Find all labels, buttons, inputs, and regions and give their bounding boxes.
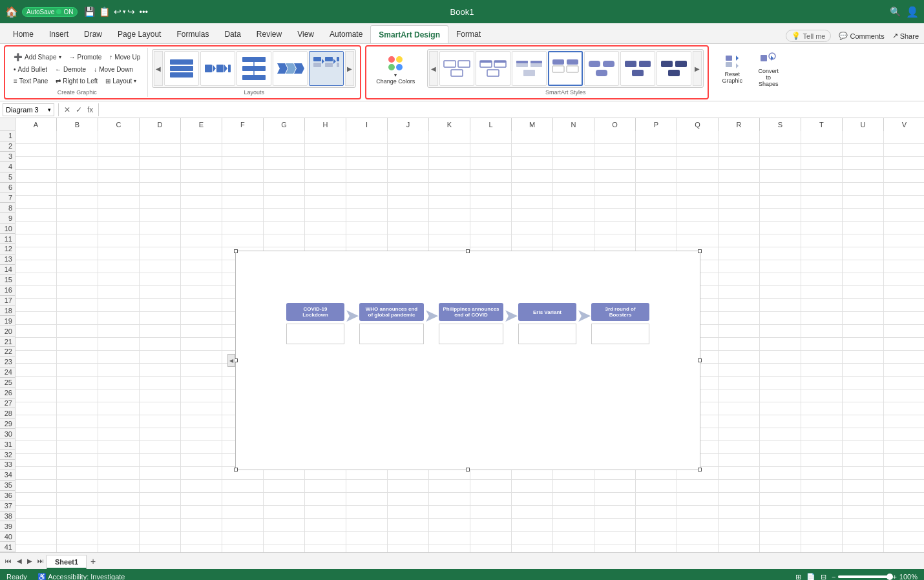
cell-H5[interactable] [305,183,346,196]
cell-E24[interactable] [181,428,222,441]
cell-Q30[interactable] [677,506,719,519]
cell-O1[interactable] [594,131,636,144]
cell-R22[interactable] [719,402,760,415]
cell-T23[interactable] [801,415,843,428]
cell-U23[interactable] [843,415,884,428]
cell-A21[interactable] [16,389,57,402]
cell-N33[interactable] [553,544,594,552]
cell-V4[interactable] [884,170,924,183]
cell-U11[interactable] [843,260,884,273]
cell-C28[interactable] [98,480,140,493]
cell-L7[interactable] [470,209,512,222]
cell-T17[interactable] [801,338,843,351]
cell-R28[interactable] [719,480,760,493]
cell-V7[interactable] [884,209,924,222]
cell-C6[interactable] [98,196,140,209]
cell-V13[interactable] [884,286,924,299]
cell-U8[interactable] [843,222,884,234]
cell-T22[interactable] [801,402,843,415]
cell-F6[interactable] [222,196,264,209]
cell-Q7[interactable] [677,209,719,222]
cell-A25[interactable] [16,441,57,454]
cell-A13[interactable] [16,286,57,299]
cell-H9[interactable] [305,234,346,247]
cell-U24[interactable] [843,428,884,441]
cell-C13[interactable] [98,286,140,299]
cell-U31[interactable] [843,519,884,532]
cell-R17[interactable] [719,338,760,351]
cell-S15[interactable] [760,312,801,325]
style-thumb-7[interactable] [656,51,691,86]
col-header-K[interactable]: K [429,118,470,131]
cell-E32[interactable] [181,532,222,544]
cell-L9[interactable] [470,234,512,247]
cell-A1[interactable] [16,131,57,144]
cell-G32[interactable] [264,532,305,544]
cell-V29[interactable] [884,493,924,506]
cell-A15[interactable] [16,312,57,325]
cell-S32[interactable] [760,532,801,544]
tab-automate[interactable]: Automate [322,25,370,43]
cell-R9[interactable] [719,234,760,247]
cell-T18[interactable] [801,351,843,364]
cell-C1[interactable] [98,131,140,144]
cell-D31[interactable] [140,519,181,532]
layout-item-2[interactable] [200,51,235,86]
cell-C33[interactable] [98,544,140,552]
cell-B2[interactable] [57,144,98,157]
cell-U9[interactable] [843,234,884,247]
cell-O9[interactable] [594,234,636,247]
change-colors-button[interactable]: ▾ Change Colors [372,51,419,88]
cell-Q8[interactable] [677,222,719,234]
cell-L32[interactable] [470,532,512,544]
cell-B1[interactable] [57,131,98,144]
cell-P6[interactable] [636,196,677,209]
cell-V17[interactable] [884,338,924,351]
styles-prev-arrow[interactable]: ◀ [429,51,438,86]
cell-B28[interactable] [57,480,98,493]
cell-U20[interactable] [843,377,884,389]
cell-N4[interactable] [553,170,594,183]
cell-R16[interactable] [719,325,760,338]
cell-D26[interactable] [140,454,181,467]
cell-G4[interactable] [264,170,305,183]
cell-A20[interactable] [16,377,57,389]
cell-V28[interactable] [884,480,924,493]
col-header-E[interactable]: E [181,118,222,131]
cell-I29[interactable] [346,493,388,506]
cell-C18[interactable] [98,351,140,364]
promote-button[interactable]: → Promote [66,52,105,63]
cell-J5[interactable] [388,183,429,196]
cell-D10[interactable] [140,247,181,260]
cell-D3[interactable] [140,157,181,170]
cell-E30[interactable] [181,506,222,519]
cell-D21[interactable] [140,389,181,402]
cell-R8[interactable] [719,222,760,234]
col-header-D[interactable]: D [140,118,181,131]
cell-E1[interactable] [181,131,222,144]
cell-O3[interactable] [594,157,636,170]
cell-L3[interactable] [470,157,512,170]
cell-K7[interactable] [429,209,470,222]
col-header-R[interactable]: R [719,118,760,131]
cell-H8[interactable] [305,222,346,234]
cell-T24[interactable] [801,428,843,441]
cell-B31[interactable] [57,519,98,532]
tab-data[interactable]: Data [216,25,248,43]
cell-T29[interactable] [801,493,843,506]
cell-U10[interactable] [843,247,884,260]
cell-S16[interactable] [760,325,801,338]
cell-K28[interactable] [429,480,470,493]
cell-B33[interactable] [57,544,98,552]
cell-B7[interactable] [57,209,98,222]
cell-J33[interactable] [388,544,429,552]
cell-B16[interactable] [57,325,98,338]
tab-review[interactable]: Review [249,25,289,43]
cell-N9[interactable] [553,234,594,247]
col-header-C[interactable]: C [98,118,140,131]
cell-E22[interactable] [181,402,222,415]
cell-V16[interactable] [884,325,924,338]
cell-F9[interactable] [222,234,264,247]
cell-H29[interactable] [305,493,346,506]
cell-T4[interactable] [801,170,843,183]
